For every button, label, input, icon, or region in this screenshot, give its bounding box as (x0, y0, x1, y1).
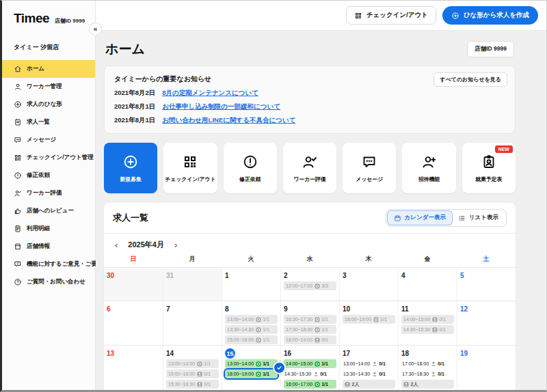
calendar-day-cell[interactable]: 1 (222, 268, 280, 300)
calendar-day-cell[interactable]: 1817:00~18:000/117:30~18:300/12人 (398, 346, 457, 390)
job-slot-chip[interactable]: 15:00~16:000/1 (166, 369, 219, 378)
prev-month-button[interactable]: ‹ (115, 240, 118, 249)
chip-count: 1/1 (321, 317, 328, 322)
quick-action-card[interactable]: チェックイン/アウト (163, 143, 217, 193)
job-list-icon (14, 118, 22, 126)
job-slot-chip[interactable]: 16:30~17:301/1 (284, 315, 336, 324)
job-list-title: 求人一覧 (113, 212, 148, 224)
calendar-day-cell[interactable]: 1713:00~14:000/113:30~14:300/12人 (339, 346, 398, 390)
quick-action-label: チェックイン/アウト (165, 176, 215, 183)
create-job-button[interactable]: ひな形から求人を作成 (442, 6, 538, 25)
job-slot-chip[interactable]: 12:00~17:003/3 (284, 281, 336, 290)
quick-action-card[interactable]: メッセージ (343, 143, 396, 193)
job-slot-chip[interactable]: 18:00~19:000/1 (284, 335, 336, 344)
sidebar-item[interactable]: 利用明細 (2, 220, 95, 238)
sidebar-item[interactable]: メッセージ (2, 131, 95, 149)
sidebar-item[interactable]: ホーム (2, 60, 95, 78)
chip-time: 14:30~15:30 (403, 327, 430, 332)
chip-count: 1/1 (380, 317, 387, 322)
chip-count: 0/1 (439, 327, 446, 332)
calendar-day-cell[interactable]: 3 (339, 268, 398, 300)
calendar-view-toggle[interactable]: カレンダー表示 (388, 211, 452, 225)
calendar-day-cell[interactable]: 1513:00~14:001/118:00~19:001/1 (222, 346, 280, 390)
page-title-row: ホーム 店舗ID 9999 (105, 40, 514, 58)
chip-time: 17:30~18:30 (402, 372, 429, 376)
calendar-day-cell[interactable]: 6 (104, 301, 163, 345)
notice-item: 2021年8月2日8月の定期メンテナンスについて (114, 89, 505, 98)
job-slot-chip[interactable]: 15:00~16:001/1 (225, 335, 278, 344)
calendar-day-cell[interactable]: 12 (457, 301, 516, 345)
job-slot-chip[interactable]: 15:30~16:300/1 (166, 380, 219, 389)
job-slot-chip[interactable]: 2人 (401, 380, 454, 389)
notices-card: タイミーからの重要なお知らせ すべてのお知らせを見る 2021年8月2日8月の定… (104, 66, 516, 134)
list-view-toggle[interactable]: リスト表示 (452, 211, 505, 225)
calendar-day-cell[interactable]: 1413:00~14:001/115:00~16:000/115:30~16:3… (163, 346, 222, 390)
quick-action-card[interactable]: 就業予定表NEW (462, 143, 516, 193)
quick-action-card[interactable]: ワーカー評価 (283, 143, 336, 193)
job-slot-chip[interactable]: 18:00~19:001/1 (343, 315, 395, 324)
chip-time: 17:30~18:30 (286, 327, 312, 332)
calendar-day-cell[interactable]: 813:00~14:001/113:30~14:301/115:00~16:00… (222, 301, 280, 345)
chip-count: 0/1 (379, 361, 386, 366)
job-slot-chip[interactable]: 16:00~17:001/1 (284, 380, 336, 389)
home-icon (14, 65, 22, 73)
worker-icon (14, 83, 22, 91)
job-slot-chip[interactable]: 14:00~15:001/1 (284, 359, 336, 368)
notice-link[interactable]: お問い合わせ用LINEに関する不具合について (162, 116, 295, 125)
calendar-day-cell[interactable]: 4 (398, 268, 457, 300)
job-slot-chip[interactable]: 14:00~15:000/1 (401, 315, 454, 324)
sidebar-item[interactable]: 求人のひな形 (2, 96, 95, 113)
job-slot-chip[interactable]: 13:00~14:001/1 (225, 315, 278, 324)
quick-action-card[interactable]: 招待機能 (402, 143, 455, 193)
chip-time: 14:00~15:00 (403, 317, 430, 322)
calendar-day-cell[interactable]: 19 (457, 346, 516, 390)
notice-link[interactable]: お仕事申し込み制限の一部緩和について (162, 102, 280, 111)
calendar-day-cell[interactable]: 13 (104, 346, 163, 390)
job-slot-chip[interactable]: 17:30~18:300/1 (401, 369, 454, 378)
sidebar-item[interactable]: 機能に対するご意見・ご要望 (2, 255, 95, 273)
checkin-checkout-button[interactable]: チェックイン/アウト (346, 6, 436, 25)
calendar-date-number: 14 (166, 348, 219, 359)
job-slot-chip[interactable]: 13:00~14:000/1 (343, 359, 395, 368)
sidebar-item[interactable]: 修正依頼 (2, 167, 95, 184)
calendar-day-cell[interactable]: 1018:00~19:001/1 (339, 301, 398, 345)
calendar-day-cell[interactable]: 916:30~17:301/117:30~18:301/118:00~19:00… (280, 301, 339, 345)
person-box-icon (315, 337, 320, 343)
sidebar-item[interactable]: チェックイン/アウト管理 (2, 149, 95, 167)
job-slot-chip[interactable]: 17:00~18:000/1 (401, 359, 454, 368)
person-icon (313, 372, 319, 377)
sidebar-item[interactable]: 店舗へのレビュー (2, 202, 95, 220)
job-slot-chip[interactable]: 2人 (343, 380, 395, 389)
calendar-day-cell[interactable]: 30 (104, 268, 163, 300)
view-all-notices-button[interactable]: すべてのお知らせを見る (433, 72, 507, 87)
quick-action-card[interactable]: 修正依頼 (224, 143, 277, 193)
sidebar-item[interactable]: 店舗情報 (2, 238, 95, 255)
calendar-day-cell[interactable]: 1614:00~15:001/114:30~15:300/116:00~17:0… (280, 346, 339, 390)
notice-item: 2021年8月1日お問い合わせ用LINEに関する不具合について (114, 116, 505, 125)
sidebar-item-label: 店舗へのレビュー (27, 207, 74, 215)
calendar-date-number: 12 (460, 303, 513, 315)
calendar-day-cell[interactable]: 7 (163, 301, 222, 345)
calendar-day-cell[interactable]: 1114:00~15:000/114:30~15:300/1 (398, 301, 457, 345)
chip-time: 17:00~18:00 (402, 361, 429, 366)
sidebar-item[interactable]: ご質問・お問い合わせ (2, 273, 95, 291)
calendar-day-cell[interactable]: 31 (163, 268, 222, 300)
job-slot-chip[interactable]: 18:00~19:001/1 (225, 369, 278, 378)
sidebar-item[interactable]: ワーカー評価 (2, 184, 95, 202)
job-slot-chip[interactable]: 14:30~15:300/1 (284, 369, 336, 378)
job-slot-chip[interactable]: 13:30~14:301/1 (225, 325, 278, 334)
calendar-day-cell[interactable]: 212:00~17:003/3 (280, 268, 339, 300)
calendar-day-cell[interactable]: 5 (457, 268, 516, 300)
job-slot-chip[interactable]: 13:00~14:001/1 (225, 359, 278, 368)
sidebar-item[interactable]: 求人一覧 (2, 113, 95, 131)
next-month-button[interactable]: › (174, 240, 177, 249)
job-slot-chip[interactable]: 13:30~14:300/1 (343, 369, 395, 378)
sidebar-collapse-button[interactable]: « (89, 23, 102, 36)
job-slot-chip[interactable]: 13:00~14:001/1 (166, 359, 219, 368)
job-slot-chip[interactable]: 17:30~18:301/1 (284, 325, 336, 334)
sidebar-item[interactable]: ワーカー管理 (2, 78, 95, 96)
notice-link[interactable]: 8月の定期メンテナンスについて (162, 89, 258, 98)
quick-action-card[interactable]: 新規募集 (104, 143, 157, 193)
alert-circle-icon (242, 154, 258, 170)
job-slot-chip[interactable]: 14:30~15:300/1 (401, 325, 454, 334)
